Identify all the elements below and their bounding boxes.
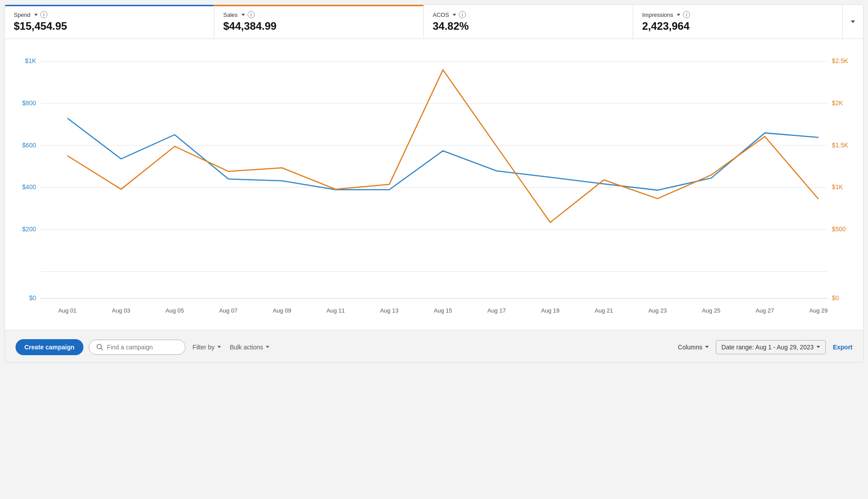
sales-label-text: Sales <box>223 12 238 18</box>
metrics-expand-button[interactable] <box>843 5 863 39</box>
spend-info-icon[interactable]: i <box>40 11 47 18</box>
svg-text:$2.5K: $2.5K <box>832 57 848 64</box>
date-range-label: Date range: Aug 1 - Aug 29, 2023 <box>722 344 814 351</box>
chart-area: $1K $800 $600 $400 $200 $0 $2.5K $2K $1.… <box>5 39 863 330</box>
impressions-value: 2,423,964 <box>642 20 833 32</box>
svg-text:Aug 17: Aug 17 <box>487 307 505 314</box>
svg-text:$1.5K: $1.5K <box>832 142 848 149</box>
search-icon <box>96 344 103 351</box>
filter-by-button[interactable]: Filter by <box>191 340 223 354</box>
sales-label[interactable]: Sales i <box>223 11 414 18</box>
svg-text:$200: $200 <box>22 226 36 233</box>
svg-text:Aug 13: Aug 13 <box>380 307 398 314</box>
filter-by-label: Filter by <box>193 344 215 351</box>
metrics-bar: Spend i $15,454.95 Sales i $44,384.99 AC… <box>5 5 863 39</box>
chart-svg: $1K $800 $600 $400 $200 $0 $2.5K $2K $1.… <box>14 48 854 325</box>
acos-value: 34.82% <box>433 20 624 32</box>
bulk-actions-label: Bulk actions <box>230 344 263 351</box>
svg-text:Aug 01: Aug 01 <box>58 307 76 314</box>
blue-line <box>67 118 818 190</box>
svg-text:$500: $500 <box>832 226 846 233</box>
svg-text:Aug 21: Aug 21 <box>595 307 613 314</box>
svg-text:Aug 27: Aug 27 <box>756 307 774 314</box>
metric-impressions: Impressions i 2,423,964 <box>633 5 843 39</box>
svg-text:Aug 05: Aug 05 <box>166 307 184 314</box>
svg-text:Aug 15: Aug 15 <box>434 307 452 314</box>
acos-info-icon[interactable]: i <box>459 11 466 18</box>
svg-text:Aug 25: Aug 25 <box>702 307 720 314</box>
svg-text:Aug 19: Aug 19 <box>541 307 559 314</box>
svg-text:$400: $400 <box>22 183 36 190</box>
acos-label-text: ACOS <box>433 12 449 18</box>
search-input[interactable] <box>107 344 178 351</box>
search-box <box>89 340 185 355</box>
metric-spend: Spend i $15,454.95 <box>5 5 214 39</box>
sales-chevron-icon[interactable] <box>241 14 245 16</box>
spend-value: $15,454.95 <box>14 20 205 32</box>
metric-acos: ACOS i 34.82% <box>424 5 633 39</box>
impressions-label-text: Impressions <box>642 12 673 18</box>
columns-label: Columns <box>678 344 702 351</box>
columns-chevron-icon <box>705 346 709 348</box>
svg-text:$1K: $1K <box>25 57 36 64</box>
svg-text:Aug 07: Aug 07 <box>219 307 237 314</box>
metric-sales: Sales i $44,384.99 <box>214 5 424 39</box>
sales-top-bar <box>214 5 423 6</box>
spend-label[interactable]: Spend i <box>14 11 205 18</box>
svg-text:$1K: $1K <box>832 183 844 190</box>
export-button[interactable]: Export <box>833 344 852 351</box>
svg-line-35 <box>101 348 103 350</box>
svg-text:Aug 11: Aug 11 <box>327 307 345 314</box>
svg-text:$0: $0 <box>29 294 36 301</box>
toolbar-right: Columns Date range: Aug 1 - Aug 29, 2023… <box>678 340 852 354</box>
columns-button[interactable]: Columns <box>678 344 709 351</box>
spend-top-bar <box>5 5 214 6</box>
svg-text:Aug 23: Aug 23 <box>648 307 667 314</box>
date-range-chevron-icon <box>817 346 820 348</box>
date-range-button[interactable]: Date range: Aug 1 - Aug 29, 2023 <box>716 340 826 354</box>
svg-text:$600: $600 <box>22 142 36 149</box>
svg-text:$0: $0 <box>832 294 839 301</box>
acos-label[interactable]: ACOS i <box>433 11 624 18</box>
spend-label-text: Spend <box>14 12 31 18</box>
acos-chevron-icon[interactable] <box>453 14 456 16</box>
svg-text:Aug 09: Aug 09 <box>273 307 291 314</box>
bulk-actions-chevron-icon <box>266 346 269 348</box>
svg-text:Aug 03: Aug 03 <box>112 307 130 314</box>
svg-text:Aug 29: Aug 29 <box>809 307 828 314</box>
svg-text:$800: $800 <box>22 99 36 107</box>
svg-text:$2K: $2K <box>832 99 844 107</box>
bulk-actions-button[interactable]: Bulk actions <box>228 340 271 354</box>
impressions-label[interactable]: Impressions i <box>642 11 833 18</box>
create-campaign-button[interactable]: Create campaign <box>16 339 83 355</box>
spend-chevron-icon[interactable] <box>34 14 38 16</box>
orange-line <box>67 70 818 222</box>
toolbar: Create campaign Filter by Bulk actions C… <box>5 330 863 362</box>
impressions-chevron-icon[interactable] <box>677 14 680 16</box>
impressions-info-icon[interactable]: i <box>683 11 690 18</box>
main-container: Spend i $15,454.95 Sales i $44,384.99 AC… <box>4 4 864 363</box>
sales-value: $44,384.99 <box>223 20 414 32</box>
sales-info-icon[interactable]: i <box>248 11 255 18</box>
filter-by-chevron-icon <box>217 346 221 348</box>
expand-icon <box>851 20 855 23</box>
